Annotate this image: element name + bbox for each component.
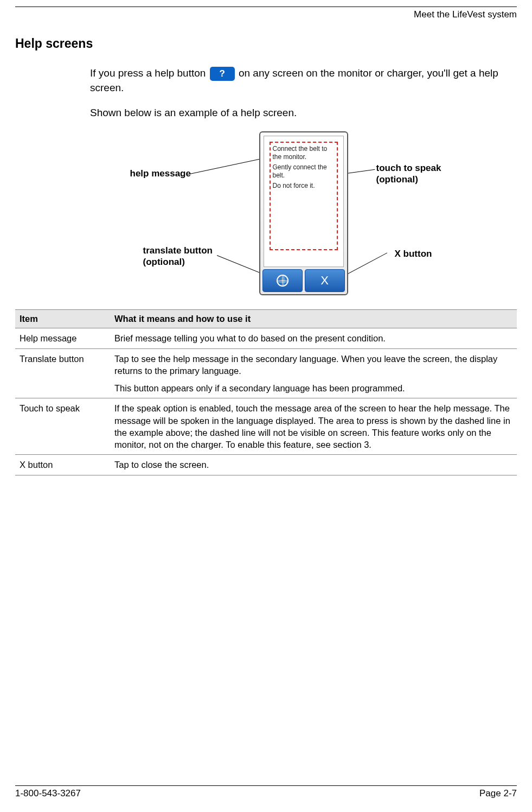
para1-pre: If you press a help button (90, 67, 209, 79)
col-header-desc: What it means and how to use it (110, 310, 517, 328)
desc-cell: Tap to close the screen. (110, 455, 517, 475)
callout-help-message: help message (130, 168, 191, 179)
touch-to-speak-area: Connect the belt to the monitor. Gently … (270, 142, 338, 250)
close-x-button[interactable]: X (305, 269, 345, 292)
chapter-title: Meet the LifeVest system (15, 9, 517, 20)
footer-phone: 1-800-543-3267 (15, 788, 81, 799)
footer-page: Page 2-7 (479, 788, 517, 799)
device-line3: Do not force it. (273, 182, 335, 190)
col-header-item: Item (15, 310, 110, 328)
item-cell: Touch to speak (15, 398, 110, 455)
desc-cell: Tap to see the help message in the secon… (110, 348, 517, 398)
help-screen-figure: help message translate button (optional)… (130, 130, 477, 299)
item-cell: Translate button (15, 348, 110, 398)
help-button-icon: ? (210, 67, 235, 81)
callout-translate-button: translate button (optional) (143, 245, 213, 268)
table-row: X button Tap to close the screen. (15, 455, 517, 475)
x-icon: X (321, 274, 329, 288)
section-heading: Help screens (15, 36, 517, 51)
item-cell: Help message (15, 328, 110, 348)
translate-button[interactable] (262, 269, 303, 292)
device-mockup: Connect the belt to the monitor. Gently … (259, 131, 348, 295)
globe-icon (277, 275, 289, 287)
intro-paragraph: If you press a help button ? on any scre… (90, 66, 517, 95)
callout-touch-to-speak: touch to speak (optional) (376, 163, 441, 185)
desc-cell: Brief message telling you what to do bas… (110, 328, 517, 348)
device-line2: Gently connect the belt. (273, 163, 335, 180)
table-row: Translate button Tap to see the help mes… (15, 348, 517, 398)
table-row: Touch to speak If the speak option is en… (15, 398, 517, 455)
device-line1: Connect the belt to the monitor. (273, 145, 335, 161)
callout-x-button: X button (395, 249, 432, 259)
help-items-table: Item What it means and how to use it Hel… (15, 309, 517, 475)
table-row: Help message Brief message telling you w… (15, 328, 517, 348)
example-paragraph: Shown below is an example of a help scre… (90, 106, 517, 120)
desc-cell: If the speak option is enabled, touch th… (110, 398, 517, 455)
item-cell: X button (15, 455, 110, 475)
